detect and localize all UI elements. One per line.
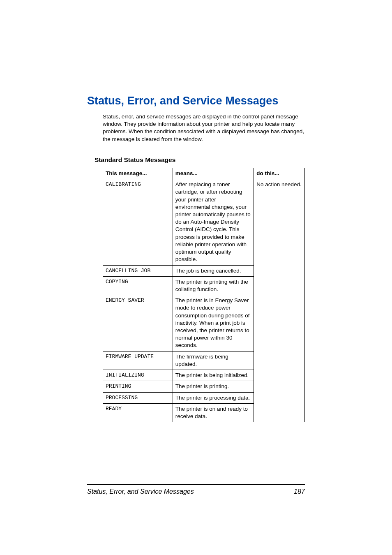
page-title: Status, Error, and Service Messages	[87, 95, 310, 107]
col-header-message: This message...	[103, 168, 173, 179]
action-cell: No action needed.	[254, 179, 305, 422]
table-row: CALIBRATING After replacing a toner cart…	[103, 179, 305, 265]
section-heading: Standard Status Messages	[95, 156, 310, 164]
footer-text: Status, Error, and Service Messages	[87, 488, 194, 495]
message-cell: PROCESSING	[103, 392, 173, 403]
page-number: 187	[294, 488, 305, 495]
col-header-action: do this...	[254, 168, 305, 179]
col-header-means: means...	[173, 168, 254, 179]
means-cell: The printer is on and ready to receive d…	[173, 403, 254, 422]
message-cell: INITIALIZING	[103, 370, 173, 381]
means-cell: The printer is printing.	[173, 381, 254, 392]
means-cell: The printer is printing with the collati…	[173, 276, 254, 295]
means-cell: The printer is being initialized.	[173, 370, 254, 381]
message-cell: ENERGY SAVER	[103, 295, 173, 352]
message-cell: READY	[103, 403, 173, 422]
means-cell: The firmware is being updated.	[173, 351, 254, 370]
message-cell: COPYING	[103, 276, 173, 295]
means-cell: The printer is processing data.	[173, 392, 254, 403]
means-cell: The printer is in Energy Saver mode to r…	[173, 295, 254, 352]
status-messages-table: This message... means... do this... CALI…	[103, 168, 305, 422]
means-cell: After replacing a toner cartridge, or af…	[173, 179, 254, 265]
page-footer: Status, Error, and Service Messages 187	[87, 484, 305, 495]
intro-paragraph: Status, error, and service messages are …	[103, 113, 310, 143]
means-cell: The job is being cancelled.	[173, 265, 254, 276]
message-cell: FIRMWARE UPDATE	[103, 351, 173, 370]
message-cell: PRINTING	[103, 381, 173, 392]
message-cell: CALIBRATING	[103, 179, 173, 265]
message-cell: CANCELLING JOB	[103, 265, 173, 276]
